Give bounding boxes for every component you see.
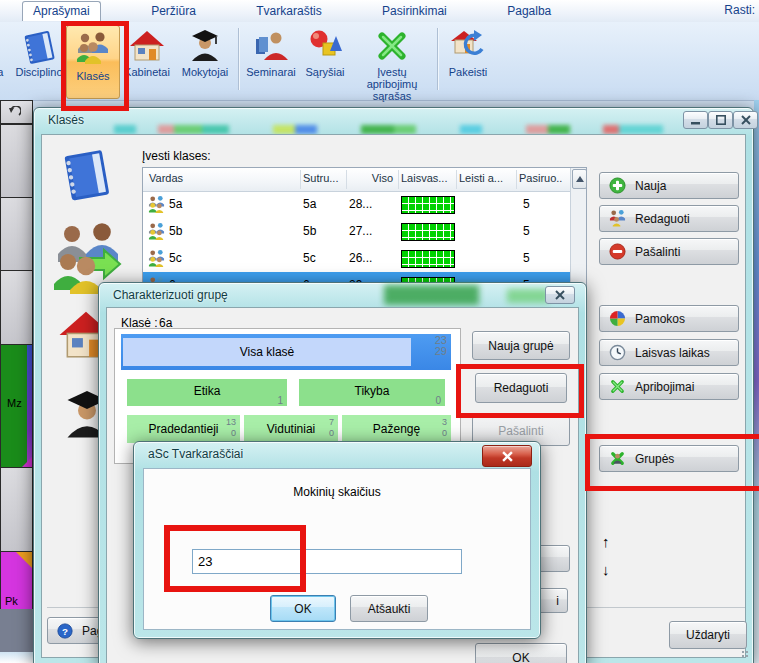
toolbar-item-disciplinos[interactable]: Disciplino — [12, 26, 66, 96]
toolbar-item-seminarai[interactable]: Seminarai — [243, 26, 299, 96]
group-redaguoti-button[interactable]: Redaguoti — [475, 373, 567, 403]
maximize-icon — [716, 115, 726, 125]
grupes-button[interactable]: Grupės — [599, 445, 739, 472]
cell-ready: 5 — [523, 197, 530, 211]
timetable-cell[interactable] — [0, 124, 33, 198]
table-row[interactable]: 5b 5b 27... 5 — [143, 218, 570, 245]
nauja-button[interactable]: Nauja — [599, 172, 739, 199]
toolbar-item-kabinetai[interactable]: Kabinetai — [120, 26, 174, 96]
column-divider[interactable] — [516, 170, 517, 189]
timetable-cell-mz[interactable]: Mz — [0, 344, 33, 468]
move-up-arrow[interactable]: ↑ — [602, 533, 610, 550]
menu-tab-pagalba[interactable]: Pagalba — [497, 2, 561, 21]
dialog-title: aSc Tvarkaraščiai — [148, 447, 243, 461]
group-bar-pazenge[interactable]: Pažengę 3 0 — [342, 415, 451, 443]
group-label: Vidutiniai — [267, 422, 315, 436]
maximize-button[interactable] — [708, 111, 733, 129]
toolbar-item-label: Disciplino — [12, 66, 66, 78]
cancel-button[interactable]: Atšaukti — [350, 595, 428, 622]
toolbar-item-sarysiai[interactable]: Sąryšiai — [301, 26, 349, 96]
group-count: 1 — [277, 395, 283, 406]
pamokos-button[interactable]: Pamokos — [599, 305, 739, 332]
laisvas-laikas-button[interactable]: Laisvas laikas — [599, 339, 739, 366]
column-divider[interactable] — [456, 170, 457, 189]
dialog-title: Charakterizuoti grupę — [113, 288, 228, 302]
group-bar-vidutiniai[interactable]: Vidutiniai 7 0 — [244, 415, 338, 443]
timetable-fragment: Mz Pk — [0, 100, 33, 663]
close-button[interactable] — [482, 445, 532, 467]
group-bar-etika[interactable]: Etika 1 — [127, 379, 287, 406]
background-sliver — [754, 100, 759, 663]
number-dialog: aSc Tvarkaraščiai Mokinių skaičius OK At… — [133, 441, 541, 639]
col-header-laisvas[interactable]: Laisvas... — [401, 172, 447, 184]
availability-grid — [401, 196, 455, 214]
app-window: Aprašymai Peržiūra Tvarkaraštis Pasirink… — [0, 0, 759, 663]
resize-grip[interactable] — [738, 649, 748, 659]
find-label[interactable]: Rasti: — [724, 3, 755, 17]
menu-tab-tvarkarastis[interactable]: Tvarkaraštis — [246, 2, 331, 21]
timetable-header-cell — [0, 100, 33, 124]
button-label: Nauja — [635, 179, 666, 193]
toolbar-item-label: Sąryšiai — [301, 66, 349, 78]
group-bar-pradedantieji[interactable]: Pradedantieji 13 0 — [127, 415, 240, 443]
toolbar-item-apribojimu-sarasas[interactable]: Įvestų apribojimų sąrašas — [351, 26, 433, 96]
menu-tab-aprasymai[interactable]: Aprašymai — [22, 1, 101, 21]
toolbar-item-mokytojai[interactable]: Mokytojai — [176, 26, 234, 96]
close-button[interactable] — [545, 286, 575, 304]
group-bar-tikyba[interactable]: Tikyba 0 — [299, 379, 445, 406]
column-divider[interactable] — [300, 170, 301, 189]
scroll-up-button[interactable] — [572, 169, 587, 189]
group-count-top: 7 — [329, 417, 334, 428]
col-header-vardas[interactable]: Vardas — [149, 172, 183, 184]
timetable-cell-pk[interactable]: Pk — [0, 551, 33, 610]
menu-tab-perziura[interactable]: Peržiūra — [141, 2, 206, 21]
minimize-button[interactable] — [683, 111, 708, 129]
button-label: Grupės — [635, 452, 674, 466]
column-divider[interactable] — [398, 170, 399, 189]
uzdaryti-button[interactable]: Uždaryti — [669, 621, 747, 649]
table-header: Vardas Sutru... Viso Laisvas... Leisti a… — [143, 168, 586, 192]
book-icon — [20, 28, 58, 66]
whole-class-inner: Visa klasė — [123, 338, 411, 366]
toolbar-item-label: Įvestų apribojimų sąrašas — [351, 66, 433, 102]
student-count-input[interactable] — [192, 549, 462, 574]
timetable-cell[interactable] — [0, 467, 33, 552]
ok-button[interactable]: OK — [270, 595, 336, 622]
people-edit-icon — [609, 210, 626, 227]
button-label: Laisvas laikas — [635, 346, 710, 360]
notebook-icon[interactable] — [58, 143, 116, 209]
toolbar-item-pakeisti[interactable]: Pakeisti — [442, 26, 494, 96]
whole-class-bar[interactable]: Visa klasė 23 29 — [121, 334, 451, 370]
svg-text:?: ? — [62, 625, 68, 636]
people-group-icon — [75, 30, 111, 66]
move-down-arrow[interactable]: ↓ — [602, 561, 610, 578]
window-title: Klasės — [48, 113, 84, 127]
group-ok-button[interactable]: OK — [475, 643, 567, 663]
redaguoti-button[interactable]: Redaguoti — [599, 205, 739, 232]
table-row[interactable]: 5a 5a 28... 5 — [143, 191, 570, 218]
col-header-pasiruosimas[interactable]: Pasiruo.. — [519, 172, 562, 184]
table-row[interactable]: 5c 5c 26... 5 — [143, 245, 570, 272]
group-count-bottom: 0 — [226, 428, 236, 439]
col-header-viso[interactable]: Viso — [343, 172, 393, 184]
group-count-bottom: 29 — [435, 346, 447, 357]
close-button[interactable] — [733, 111, 758, 129]
cell-label: Mz — [7, 397, 22, 409]
pasalinti-button[interactable]: Pašalinti — [599, 238, 739, 265]
timetable-cell[interactable] — [0, 270, 33, 345]
nauja-grupe-button[interactable]: Nauja grupė — [472, 331, 570, 360]
menu-tab-pasirinkimai[interactable]: Pasirinkimai — [372, 2, 457, 21]
button-label: Atšaukti — [368, 602, 411, 616]
house-swap-icon — [450, 28, 486, 64]
column-divider[interactable] — [346, 170, 347, 189]
col-header-sutrumpinimas[interactable]: Sutru... — [303, 172, 338, 184]
help-icon: ? — [57, 623, 73, 639]
group-count-bottom: 0 — [329, 428, 334, 439]
toolbar-item-klases[interactable]: Klasės — [66, 25, 120, 99]
toolbar-item-partial[interactable]: la — [0, 26, 12, 96]
col-header-leisti[interactable]: Leisti a... — [459, 172, 503, 184]
apribojimai-button[interactable]: Apribojimai — [599, 373, 739, 400]
timetable-cell[interactable] — [0, 197, 33, 271]
availability-grid — [401, 223, 455, 241]
button-label: Nauja grupė — [488, 339, 553, 353]
